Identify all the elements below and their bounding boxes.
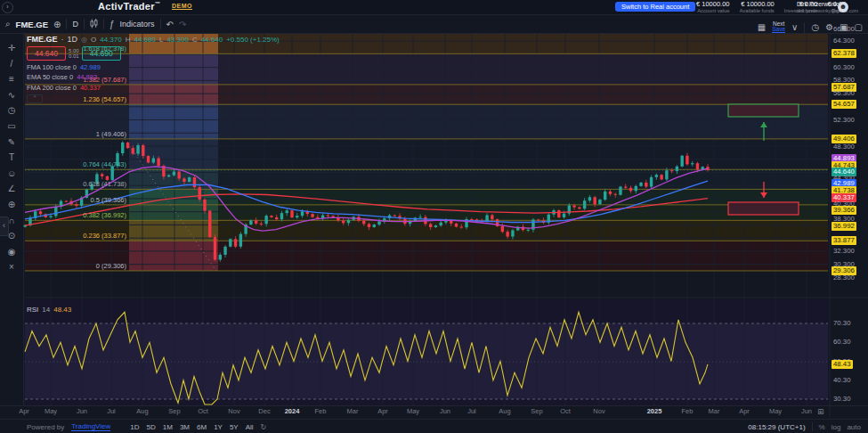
chart-legend: FME.GE · 1D ◎ O44.370H44.680L43.300C44.6… — [27, 35, 280, 103]
buy-button[interactable]: 44.690 — [82, 46, 121, 61]
time-axis-label: Mar — [702, 407, 726, 415]
candle — [527, 230, 530, 231]
candle — [665, 170, 668, 179]
price-axis-badge: 54.657 — [831, 100, 856, 109]
range-button-1m[interactable]: 1M — [163, 423, 173, 431]
candle — [604, 192, 606, 200]
candle — [249, 220, 252, 225]
ohlc-key: H — [126, 36, 131, 44]
indicator-row[interactable]: FMA 200 close 040.337 — [27, 84, 280, 92]
indicator-value: 44.893 — [77, 73, 97, 81]
candle — [639, 183, 642, 186]
range-button-5y[interactable]: 5Y — [230, 423, 239, 431]
candle — [193, 177, 196, 187]
candle — [635, 186, 637, 191]
candle — [624, 187, 627, 188]
candle — [563, 214, 565, 217]
price-axis-badge: 33.877 — [831, 236, 856, 245]
legend-interval-value: 1D — [68, 35, 78, 44]
candle — [485, 215, 488, 221]
candle — [183, 178, 185, 182]
indicator-value: 40.337 — [80, 84, 101, 92]
range-button-3m[interactable]: 3M — [180, 423, 190, 431]
time-axis-label: 2024 — [280, 407, 304, 415]
price-axis-badge: 39.366 — [831, 206, 856, 215]
candle — [286, 210, 288, 213]
refresh-icon[interactable]: ↻ — [261, 423, 267, 431]
zone-box[interactable] — [728, 202, 799, 215]
candle — [157, 159, 159, 167]
zone-box[interactable] — [728, 104, 799, 117]
candle — [614, 194, 617, 195]
indicator-value: 42.989 — [80, 63, 101, 71]
candle — [208, 211, 211, 238]
time-axis[interactable]: AprMayJunJulAugSepOctNovDec2024FebMarApr… — [0, 406, 830, 418]
clock-label[interactable]: 08:15:29 (UTC+1) — [748, 423, 805, 431]
time-axis-label: May — [38, 407, 63, 415]
ohlc-key: L — [159, 36, 163, 44]
time-axis-label: Nov — [222, 407, 247, 415]
candle — [439, 223, 442, 225]
time-axis-label: Aug — [492, 407, 517, 415]
rsi-value-badge: 48.43 — [831, 360, 853, 369]
range-buttons: 1D5D1M3M6M1Y5YAll — [130, 423, 253, 431]
price-axis-label: 52.300 — [831, 116, 856, 125]
ohlc-key: C — [192, 36, 198, 44]
watchlist-panel-toggle[interactable]: ‹ — [0, 216, 9, 236]
time-axis-label: Jun — [69, 407, 94, 415]
percent-scale-button[interactable]: % — [819, 423, 825, 431]
time-axis-label: Mar — [340, 407, 365, 415]
candle — [75, 204, 77, 206]
range-button-6m[interactable]: 6M — [197, 423, 207, 431]
candle — [696, 163, 699, 169]
rsi-legend: RSI 14 48.43 — [27, 306, 71, 314]
time-axis-label: Apr — [370, 407, 395, 415]
indicator-row[interactable]: EMA 50 close 044.893 — [27, 73, 280, 81]
candle — [342, 221, 345, 224]
candle — [152, 159, 155, 163]
range-button-all[interactable]: All — [246, 423, 254, 431]
candle — [578, 208, 580, 209]
price-axis[interactable]: 66.30064.30062.37860.30058.30057.68756.3… — [831, 0, 868, 433]
candle — [434, 225, 437, 227]
sell-button[interactable]: 44.640 — [27, 46, 66, 61]
range-button-1y[interactable]: 1Y — [214, 423, 223, 431]
candle — [126, 143, 129, 148]
fib-label: 0.382 (36.992) — [52, 212, 126, 219]
candle — [121, 143, 124, 153]
price-axis-badge: 36.992 — [831, 222, 856, 231]
candle — [270, 216, 272, 217]
eye-icon[interactable]: ◎ — [81, 36, 87, 44]
candle — [455, 224, 458, 227]
candle — [588, 197, 591, 200]
price-axis-label: 48.300 — [831, 143, 856, 151]
indicator-row[interactable]: FMA 100 close 042.989 — [27, 63, 280, 71]
time-axis-label: Oct — [191, 407, 215, 415]
calendar-icon[interactable]: ⊞ — [817, 407, 824, 416]
time-axis-label: Jul — [99, 407, 124, 415]
candle — [199, 187, 201, 200]
price-axis-label: 56.300 — [831, 89, 856, 98]
candle — [655, 175, 658, 177]
fib-label: 1 (49.406) — [52, 131, 126, 138]
candle — [685, 156, 688, 165]
candle — [214, 237, 216, 259]
candle — [660, 175, 662, 179]
time-axis-label: Aug — [130, 407, 155, 415]
price-axis-label: 64.300 — [831, 37, 856, 45]
time-axis-label: Dec — [252, 407, 277, 415]
candle — [177, 172, 180, 179]
fib-label: 0.764 (44.743) — [52, 161, 126, 168]
candle — [142, 145, 144, 156]
legend-symbol[interactable]: FME.GE — [27, 35, 58, 44]
range-button-5d[interactable]: 5D — [147, 423, 156, 431]
tradingview-link[interactable]: TradingView — [71, 422, 110, 431]
time-axis-label: Feb — [675, 407, 700, 415]
candle — [296, 216, 298, 217]
time-axis-label: Jul — [459, 407, 484, 415]
legend-collapse-button[interactable]: ⌃ — [27, 94, 43, 103]
candle — [255, 220, 257, 224]
range-button-1d[interactable]: 1D — [130, 423, 139, 431]
candle — [147, 156, 150, 162]
time-axis-label: Jun — [794, 407, 819, 415]
